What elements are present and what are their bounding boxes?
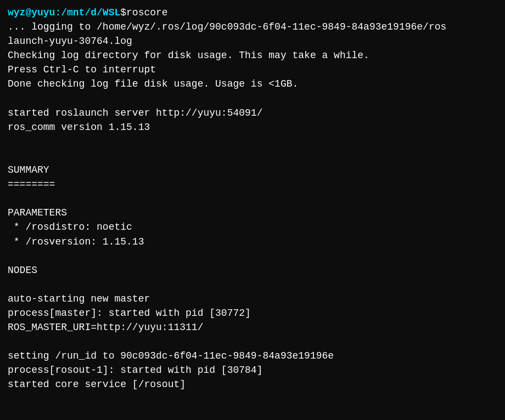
prompt-line: wyz@yuyu:/mnt/d/WSL$ roscore: [8, 5, 497, 20]
terminal-line: process[rosout-1]: started with pid [307…: [8, 363, 497, 377]
terminal-line: process[master]: started with pid [30772…: [8, 306, 497, 320]
terminal-line: * /rosversion: 1.15.13: [8, 235, 497, 249]
terminal-line: PARAMETERS: [8, 206, 497, 220]
terminal-line: [8, 334, 497, 349]
terminal-line: started roslaunch server http://yuyu:540…: [8, 106, 497, 120]
terminal-line: Press Ctrl-C to interrupt: [8, 63, 497, 77]
terminal-line: Done checking log file disk usage. Usage…: [8, 77, 497, 91]
terminal-line: ros_comm version 1.15.13: [8, 120, 497, 134]
terminal-line: ROS_MASTER_URI=http://yuyu:11311/: [8, 320, 497, 334]
terminal-window[interactable]: wyz@yuyu:/mnt/d/WSL$ roscore ... logging…: [0, 0, 505, 420]
terminal-line: [8, 149, 497, 163]
terminal-line: launch-yuyu-30764.log: [8, 34, 497, 48]
terminal-line: SUMMARY: [8, 163, 497, 177]
terminal-line: started core service [/rosout]: [8, 377, 497, 391]
terminal-line: NODES: [8, 263, 497, 277]
terminal-line: [8, 277, 497, 292]
prompt-user: wyz@yuyu:: [8, 5, 61, 20]
terminal-line: ========: [8, 177, 497, 191]
terminal-line: setting /run_id to 90c093dc-6f04-11ec-98…: [8, 349, 497, 363]
terminal-line: Checking log directory for disk usage. T…: [8, 48, 497, 63]
terminal-output: ... logging to /home/wyz/.ros/log/90c093…: [8, 20, 497, 391]
terminal-line: auto-starting new master: [8, 292, 497, 306]
prompt-path: /mnt/d/WSL: [61, 5, 120, 20]
terminal-line: ... logging to /home/wyz/.ros/log/90c093…: [8, 20, 497, 34]
prompt-command: roscore: [126, 5, 168, 20]
terminal-line: [8, 249, 497, 263]
terminal-line: [8, 134, 497, 149]
terminal-line: [8, 191, 497, 206]
prompt-dollar: $: [120, 5, 126, 20]
terminal-line: [8, 92, 497, 106]
terminal-line: * /rosdistro: noetic: [8, 220, 497, 234]
